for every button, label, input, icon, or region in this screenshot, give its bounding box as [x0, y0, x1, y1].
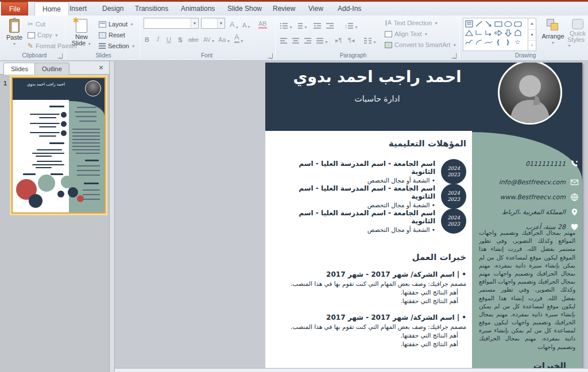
tab-design[interactable]: Design: [95, 2, 131, 16]
panel-tab-outline[interactable]: Outline: [34, 63, 69, 75]
rtl-direction-button[interactable]: ▸¶: [334, 33, 343, 44]
numbering-button[interactable]: ▼: [294, 18, 309, 29]
sidebar-bottom-heading[interactable]: الخبرات: [533, 361, 566, 368]
slide-canvas[interactable]: احمد راجب احمد بدوي ادارة حاسبات 0111111…: [265, 63, 582, 368]
decrease-indent-button[interactable]: [312, 18, 323, 29]
experience-entry[interactable]: • | اسم الشركة/ شهر 2017 - شهر 2017 مصمم…: [288, 313, 466, 347]
strikethrough-button[interactable]: abc: [187, 32, 200, 43]
align-center-button[interactable]: [291, 33, 301, 44]
character-spacing-button[interactable]: AV▼: [202, 32, 216, 43]
paragraph-dialog-launcher[interactable]: [451, 53, 457, 59]
ribbon: Paste ▼ ✂Cut Copy▼ ✎Format Painter Clipb…: [0, 16, 588, 61]
about-paragraph[interactable]: مهتم بمجال الجرافيك وتصميم واجهات المواق…: [479, 229, 575, 351]
font-color-button[interactable]: A▼: [233, 32, 245, 43]
columns-button[interactable]: ▼: [363, 33, 378, 44]
section-button[interactable]: Section▼: [98, 41, 137, 51]
cv-job-title[interactable]: ادارة حاسبات: [277, 94, 478, 103]
grow-font-button[interactable]: A▲: [229, 18, 240, 29]
change-case-button[interactable]: Aa▼: [217, 32, 231, 43]
cut-icon: ✂: [28, 20, 33, 28]
line-spacing-button[interactable]: ↕▼: [343, 18, 359, 29]
tab-insert[interactable]: Insert: [62, 2, 94, 16]
shape-scribble-icon[interactable]: [464, 37, 474, 46]
clipboard-dialog-launcher[interactable]: [57, 53, 63, 59]
education-entry[interactable]: 20242023 اسم الجامعة - اسم المدرسة العلي…: [288, 159, 466, 184]
contact-row-phone[interactable]: 0111111111: [475, 156, 579, 171]
convert-to-smartart-button[interactable]: Convert to SmartArt▼: [384, 40, 458, 50]
shape-line-icon[interactable]: [474, 19, 483, 28]
contact-row-location[interactable]: المملكة المغربية ،الرباط: [475, 204, 579, 219]
tab-transitions[interactable]: Transitions: [127, 2, 176, 16]
align-text-button[interactable]: Align Text▼: [384, 29, 429, 39]
shape-down-arrow-icon[interactable]: [503, 28, 513, 37]
shape-elbow-arrow-icon[interactable]: [483, 28, 493, 37]
bullets-button[interactable]: ▼: [279, 18, 294, 29]
layout-button[interactable]: Layout▼: [98, 19, 135, 29]
font-name-combo[interactable]: ▼: [144, 18, 199, 29]
justify-button[interactable]: ▼: [315, 33, 330, 44]
contact-row-website[interactable]: www.Bestfreecv.com: [475, 189, 579, 204]
shape-pentagon-icon[interactable]: [513, 28, 523, 37]
tab-view[interactable]: View: [301, 2, 331, 16]
shape-arc-icon[interactable]: [474, 37, 483, 46]
cut-button[interactable]: ✂Cut: [26, 19, 47, 29]
align-right-button[interactable]: [303, 33, 313, 44]
shape-left-brace-icon[interactable]: {: [493, 37, 503, 46]
paste-button[interactable]: Paste ▼: [5, 17, 24, 46]
increase-indent-button[interactable]: [325, 18, 335, 29]
shape-text-box-icon[interactable]: [464, 19, 474, 28]
shape-star-icon[interactable]: ☆: [513, 37, 523, 46]
education-entry[interactable]: 20242023 اسم الجامعة - اسم المدرسة العلي…: [288, 208, 466, 233]
reset-button[interactable]: Reset: [98, 30, 126, 40]
align-left-button[interactable]: [279, 33, 289, 44]
clear-formatting-button[interactable]: AB: [257, 18, 268, 29]
bottom-scroll-strip[interactable]: [115, 368, 588, 372]
section-icon: [99, 43, 106, 49]
contact-row-email[interactable]: info@Bestfreecv.com: [475, 175, 579, 189]
shapes-scroll-down-button[interactable]: ▼: [528, 29, 536, 40]
tab-add-ins[interactable]: Add-Ins: [330, 2, 369, 16]
experience-entry[interactable]: • | اسم الشركة/ شهر 2017 - شهر 2017 مصمم…: [288, 270, 466, 304]
slides-panel: Slides Outline × 1 احمد راجب احمد بدوي: [0, 61, 109, 372]
font-size-combo[interactable]: ▼: [201, 18, 225, 29]
panel-close-icon[interactable]: ×: [96, 63, 106, 72]
text-shadow-button[interactable]: S: [177, 32, 183, 43]
contact-list[interactable]: 0111111111 info@Bestfreecv.com www.Bestf…: [475, 156, 579, 234]
align-right-icon: [304, 37, 312, 44]
shape-elbow-connector-icon[interactable]: [474, 28, 483, 37]
shape-oval-icon[interactable]: [503, 19, 513, 28]
education-section[interactable]: المؤهلات التعليمية 20242023 اسم الجامعة …: [288, 138, 466, 233]
italic-button[interactable]: I: [155, 32, 160, 43]
shrink-font-button[interactable]: A▼: [241, 18, 252, 29]
shape-rectangle-icon[interactable]: [493, 19, 503, 28]
sidebar-panel[interactable]: 0111111111 info@Bestfreecv.com www.Bestf…: [472, 132, 582, 368]
font-dialog-launcher[interactable]: [268, 53, 273, 59]
shape-curve-icon[interactable]: [483, 37, 493, 46]
arrange-button[interactable]: Arrange ▼: [540, 17, 566, 45]
shapes-more-button[interactable]: ⩒: [528, 40, 536, 51]
panel-splitter[interactable]: [109, 61, 115, 372]
shape-arrow-icon[interactable]: [483, 19, 493, 28]
shape-right-arrow-icon[interactable]: [493, 28, 503, 37]
cv-name[interactable]: احمد راجب احمد بدوي: [277, 68, 478, 86]
tab-animations[interactable]: Animations: [173, 2, 222, 16]
tab-review[interactable]: Review: [265, 2, 303, 16]
shape-rounded-rectangle-icon[interactable]: [513, 19, 523, 28]
shape-right-brace-icon[interactable]: }: [503, 37, 513, 46]
tab-slide-show[interactable]: Slide Show: [220, 2, 269, 16]
copy-button[interactable]: Copy▼: [26, 30, 60, 40]
education-entry[interactable]: 20242023 اسم الجامعة - اسم المدرسة العلي…: [288, 184, 466, 208]
shapes-scroll-up-button[interactable]: ▲: [528, 18, 536, 29]
slide-thumbnail[interactable]: احمد راجب احمد بدوي: [11, 77, 106, 214]
experience-section[interactable]: خبرات العمل • | اسم الشركة/ شهر 2017 - ش…: [288, 252, 466, 347]
text-direction-button[interactable]: ∥AText Direction▼: [384, 18, 439, 28]
profile-photo[interactable]: [498, 63, 562, 125]
underline-button[interactable]: U: [165, 32, 172, 43]
shape-triangle-icon[interactable]: [464, 28, 474, 37]
tab-file[interactable]: File: [1, 2, 28, 16]
bold-button[interactable]: B: [144, 32, 150, 43]
panel-tab-slides[interactable]: Slides: [3, 63, 36, 75]
new-slide-button[interactable]: ✱ New Slide ▼: [69, 17, 94, 46]
quick-styles-button[interactable]: Quick Styles ▼: [567, 17, 588, 48]
ltr-direction-button[interactable]: ¶◂: [347, 33, 355, 44]
